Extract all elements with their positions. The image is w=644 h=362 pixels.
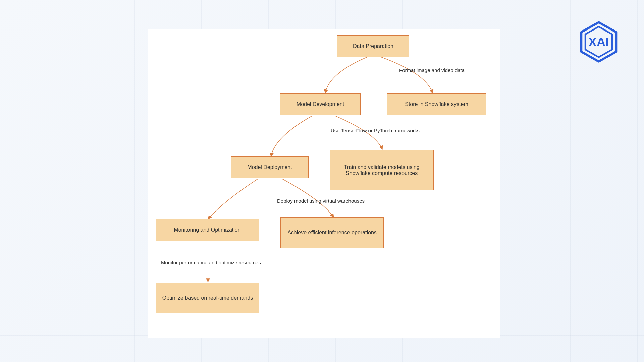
edge-label-monitor: Monitor performance and optimize resourc… [161,260,261,265]
node-optimize-realtime[interactable]: Optimize based on real-time demands [156,283,259,313]
node-store-snowflake[interactable]: Store in Snowflake system [387,93,486,115]
node-train-validate[interactable]: Train and validate models using Snowflak… [330,150,434,190]
edge-label-deploy: Deploy model using virtual warehouses [277,198,365,204]
edge-label-frameworks: Use TensorFlow or PyTorch frameworks [331,128,420,133]
node-model-development[interactable]: Model Development [280,93,361,115]
edge-label-format-data: Format image and video data [399,67,465,73]
node-label: Data Preparation [353,43,393,49]
node-label: Model Development [297,101,344,107]
node-label: Model Deployment [247,164,292,170]
logo-text: XAI [588,35,609,49]
node-label: Train and validate models using Snowflak… [335,164,429,176]
node-label: Monitoring and Optimization [174,227,240,233]
node-data-preparation[interactable]: Data Preparation [337,35,409,57]
node-inference-operations[interactable]: Achieve efficient inference operations [280,217,384,248]
node-monitoring-optimization[interactable]: Monitoring and Optimization [156,219,259,241]
node-model-deployment[interactable]: Model Deployment [231,156,309,178]
node-label: Achieve efficient inference operations [287,230,377,236]
hexagon-icon: XAI [577,20,621,64]
xai-logo: XAI [577,20,621,64]
diagram-canvas: Data Preparation Model Development Store… [148,29,500,338]
node-label: Optimize based on real-time demands [162,295,253,301]
node-label: Store in Snowflake system [405,101,468,107]
